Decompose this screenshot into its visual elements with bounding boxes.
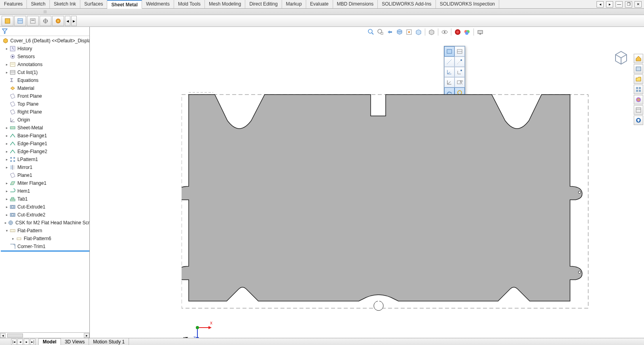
expand-caret-icon[interactable]: ▸ (5, 221, 7, 225)
expand-caret-icon[interactable]: ▸ (5, 165, 9, 169)
tp-custom-props-icon[interactable] (634, 105, 643, 115)
bt-prev-icon[interactable]: ◂ (17, 339, 23, 345)
view-csys-icon[interactable] (444, 77, 455, 87)
tree-item[interactable]: ▸Miter Flange1 (1, 179, 89, 187)
ribbon-tab-mbd[interactable]: MBD Dimensions (333, 0, 378, 8)
ribbon-tab-markup[interactable]: Markup (282, 0, 306, 8)
bottom-tab-model[interactable]: Model (38, 338, 61, 345)
filter-icon[interactable] (2, 28, 8, 34)
tree-item[interactable]: Origin (1, 116, 89, 124)
expand-caret-icon[interactable]: ▸ (5, 142, 9, 146)
ribbon-tab-evaluate[interactable]: Evaluate (306, 0, 333, 8)
ribbon-tab-mesh-modeling[interactable]: Mesh Modeling (205, 0, 245, 8)
tree-item[interactable]: ▸Edge-Flange2 (1, 148, 89, 155)
bt-first-icon[interactable]: |◂ (11, 339, 17, 345)
ribbon-tab-sketch[interactable]: Sketch (27, 0, 50, 8)
bt-last-icon[interactable]: ▸| (30, 339, 36, 345)
tree-item[interactable]: ▸Edge-Flange1 (1, 140, 89, 148)
scroll-left-icon[interactable]: ◂ (0, 333, 6, 338)
fm-tab-dimxpert[interactable] (40, 16, 51, 26)
tree-item[interactable]: ▸Hem1 (1, 187, 89, 195)
tree-item[interactable]: ▸Cut list(1) (1, 68, 89, 76)
tree-item[interactable]: ▸Cut-Extrude2 (1, 211, 89, 219)
tree-item[interactable]: ▸Flat-Pattern6 (1, 235, 89, 243)
tp-appearances-icon[interactable] (634, 95, 643, 104)
expand-caret-icon[interactable]: ▸ (5, 47, 9, 51)
bottom-tab-3dviews[interactable]: 3D Views (61, 338, 89, 345)
expand-caret-icon[interactable]: ▸ (5, 189, 9, 193)
view-origins-icon[interactable] (444, 67, 455, 77)
expand-caret-icon[interactable]: ▸ (5, 181, 9, 185)
expand-caret-icon[interactable]: ▸ (5, 70, 9, 74)
win-prev-btn[interactable]: ◂ (597, 1, 604, 8)
ribbon-tab-direct-editing[interactable]: Direct Editing (245, 0, 282, 8)
tree-item[interactable]: Top Plane (1, 100, 89, 108)
ribbon-tab-features[interactable]: Features (0, 0, 27, 8)
expand-caret-icon[interactable]: ▸ (5, 205, 9, 209)
expand-caret-icon[interactable]: ▸ (11, 237, 15, 241)
ribbon-tab-mold-tools[interactable]: Mold Tools (174, 0, 205, 8)
display-style-icon[interactable] (427, 28, 436, 36)
view-selector-cube-icon[interactable] (613, 50, 629, 66)
scroll-thumb[interactable] (7, 334, 23, 337)
apply-scene-icon[interactable] (463, 28, 472, 36)
tree-item[interactable]: ▸History (1, 45, 89, 53)
ribbon-tab-sheet-metal[interactable]: Sheet Metal (107, 0, 142, 9)
ribbon-tab-weldments[interactable]: Weldments (142, 0, 174, 8)
expand-caret-icon[interactable]: ▸ (5, 157, 9, 161)
tp-home-icon[interactable] (634, 54, 643, 63)
fm-nav-left[interactable]: ◂ (65, 16, 70, 26)
bottom-tab-motion[interactable]: Motion Study 1 (89, 338, 129, 345)
expand-caret-icon[interactable]: ▸ (5, 126, 9, 130)
hide-show-items-icon[interactable] (440, 28, 449, 36)
tree-item[interactable]: ▸LPattern1 (1, 155, 89, 163)
expand-caret-icon[interactable]: ▸ (5, 197, 9, 201)
zoom-area-icon[interactable] (376, 28, 385, 36)
tree-item[interactable]: ΣEquations (1, 76, 89, 84)
view-coord-sys-icon[interactable] (455, 67, 465, 77)
expand-caret-icon[interactable]: ▸ (5, 150, 9, 154)
tree-item[interactable]: Material (1, 84, 89, 92)
tree-item[interactable]: ▸CSK for M2 Flat Head Machine Screw (1, 219, 89, 227)
tp-open-icon[interactable] (634, 74, 643, 84)
fm-nav-right[interactable]: ▸ (71, 16, 77, 26)
win-maximize-btn[interactable]: ❐ (625, 1, 632, 8)
fm-tab-property[interactable] (14, 16, 26, 26)
expand-caret-icon[interactable]: ▸ (5, 213, 9, 217)
tree-item[interactable]: ▸Annotations (1, 61, 89, 68)
win-close-btn[interactable]: ✕ (635, 1, 642, 8)
graphics-canvas[interactable]: xy A 3D D1 View Bend Lines Control the v… (90, 27, 644, 338)
ribbon-tab-inspection[interactable]: SOLIDWORKS Inspection (436, 0, 499, 8)
tree-item[interactable]: ▸Base-Flange1 (1, 132, 89, 140)
tree-item[interactable]: ▸Mirror1 (1, 163, 89, 171)
view-orientation-icon[interactable] (414, 28, 423, 36)
fm-tab-display[interactable] (52, 16, 64, 26)
view-axes-icon[interactable] (444, 57, 455, 67)
tree-item[interactable]: Corner-Trim1 (1, 243, 89, 250)
fm-tab-tree[interactable] (2, 16, 13, 26)
view-live-section-icon[interactable] (455, 46, 465, 57)
tree-item[interactable]: Plane1 (1, 171, 89, 179)
view-temp-axes-icon[interactable] (455, 57, 465, 67)
tree-root[interactable]: Cover_L6 (Default) <<Default>_Display S (1, 37, 89, 45)
expand-caret-icon[interactable]: ▾ (5, 229, 9, 233)
tree-item[interactable]: Sensors (1, 53, 89, 61)
edit-appearance-icon[interactable] (453, 28, 462, 36)
scroll-right-icon[interactable]: ▸ (84, 333, 89, 338)
tree-item[interactable]: Front Plane (1, 92, 89, 100)
dynamic-annot-icon[interactable] (405, 28, 413, 36)
zoom-fit-icon[interactable] (367, 28, 375, 36)
tp-view-palette-icon[interactable] (634, 85, 643, 94)
view-bb-icon[interactable]: xy (455, 77, 465, 87)
ribbon-tab-addins[interactable]: SOLIDWORKS Add-Ins (378, 0, 436, 8)
section-view-icon[interactable] (395, 28, 404, 36)
expand-caret-icon[interactable]: ▸ (5, 63, 9, 66)
expand-caret-icon[interactable]: ▸ (5, 134, 9, 138)
view-planes-icon[interactable] (444, 46, 455, 57)
fm-tab-config[interactable] (27, 16, 39, 26)
tree-horizontal-scrollbar[interactable]: ◂ ▸ (0, 332, 89, 338)
tree-item[interactable]: Right Plane (1, 108, 89, 116)
tp-resources-icon[interactable] (634, 64, 643, 74)
tree-item[interactable]: ▸Cut-Extrude1 (1, 203, 89, 211)
view-settings-icon[interactable] (476, 28, 485, 36)
